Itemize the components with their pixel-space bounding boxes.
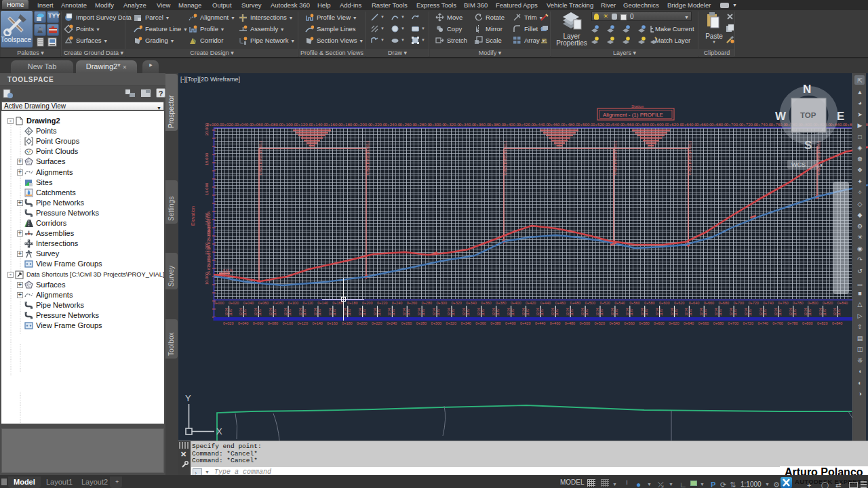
svg-text:Alignment - (1) PROFILE: Alignment - (1) PROFILE [603, 112, 663, 118]
svg-text:0+180: 0+180 [347, 301, 357, 305]
svg-text:20.000: 20.000 [205, 123, 209, 136]
svg-text:0+500: 0+500 [585, 301, 595, 305]
svg-text:11.87: 11.87 [467, 308, 470, 316]
svg-text:0+420: 0+420 [526, 301, 536, 305]
svg-text:11.87: 11.87 [630, 308, 633, 316]
svg-text:0+140: 0+140 [317, 301, 328, 305]
svg-text:0+400: 0+400 [511, 301, 521, 305]
svg-text:0+840: 0+840 [832, 321, 842, 325]
svg-text:0+740: 0+740 [763, 301, 773, 305]
svg-text:0+240: 0+240 [392, 301, 402, 305]
svg-text:11.87: 11.87 [660, 308, 663, 316]
svg-text:12.34: 12.34 [804, 308, 808, 316]
svg-text:-0.41%: -0.41% [222, 268, 233, 272]
svg-text:0+905.1: 0+905.1 [366, 141, 370, 153]
svg-text:0+580: 0+580 [639, 321, 649, 325]
svg-text:12.34: 12.34 [760, 308, 763, 316]
svg-text:0+260: 0+260 [407, 301, 417, 305]
svg-text:W: W [775, 110, 787, 123]
svg-text:12.34: 12.34 [551, 308, 555, 316]
svg-text:11.87: 11.87 [823, 308, 827, 316]
svg-text:0+780: 0+780 [787, 321, 797, 325]
svg-text:0+915.1: 0+915.1 [258, 152, 262, 164]
svg-text:0+925.1: 0+925.1 [258, 163, 262, 175]
svg-text:0+160: 0+160 [327, 321, 337, 325]
svg-text:0+100: 0+100 [283, 321, 293, 325]
svg-text:0+200: 0+200 [357, 321, 367, 325]
svg-text:11.87: 11.87 [704, 308, 707, 316]
svg-text:11.87: 11.87 [303, 308, 307, 316]
svg-text:11.87: 11.87 [675, 308, 678, 316]
svg-text:0+380: 0+380 [490, 321, 500, 325]
svg-text:0+340: 0+340 [460, 321, 471, 325]
svg-text:12.34: 12.34 [671, 308, 674, 316]
svg-text:0+905.1: 0+905.1 [688, 141, 692, 153]
svg-text:0+480: 0+480 [570, 301, 580, 305]
svg-text:12.34: 12.34 [225, 308, 229, 316]
svg-text:0+080: 0+080 [273, 301, 283, 305]
svg-text:12.34: 12.34 [774, 308, 778, 316]
svg-text:TOP: TOP [800, 111, 816, 119]
svg-text:11.87: 11.87 [749, 308, 752, 316]
svg-text:11.87: 11.87 [764, 308, 767, 316]
svg-text:Elevation: Elevation [191, 206, 195, 226]
svg-text:12.34: 12.34 [448, 308, 451, 316]
svg-text:0+260: 0+260 [401, 321, 412, 325]
svg-text:11.87: 11.87 [585, 308, 589, 316]
svg-text:0+700: 0+700 [728, 321, 738, 325]
svg-text:12.34: 12.34 [685, 308, 688, 316]
svg-text:11.87: 11.87 [689, 308, 692, 316]
svg-text:0+020: 0+020 [223, 321, 233, 325]
svg-text:0+080: 0+080 [268, 321, 278, 325]
svg-text:0+180: 0+180 [342, 321, 352, 325]
svg-text:WCS: WCS [791, 161, 806, 168]
svg-text:0+060: 0+060 [258, 301, 269, 305]
svg-text:12.34: 12.34 [715, 308, 718, 316]
svg-text:12.34: 12.34 [833, 308, 837, 316]
svg-text:0+800: 0+800 [808, 301, 818, 305]
svg-text:0+620: 0+620 [674, 301, 684, 305]
svg-text:0+020: 0+020 [229, 301, 239, 305]
svg-text:11.87: 11.87 [407, 308, 410, 316]
svg-text:0+440: 0+440 [535, 321, 545, 325]
svg-text:12.34: 12.34 [284, 308, 288, 316]
svg-text:0+740: 0+740 [757, 321, 768, 325]
svg-text:11.87: 11.87 [348, 308, 351, 316]
svg-text:12.34: 12.34 [462, 308, 466, 316]
svg-text:0+800: 0+800 [802, 321, 812, 325]
svg-text:0+240: 0+240 [387, 321, 397, 325]
svg-text:12.34: 12.34 [433, 308, 436, 316]
svg-text:Station: Station [631, 104, 644, 108]
svg-text:0+905.1: 0+905.1 [258, 141, 262, 153]
svg-text:0+905.1: 0+905.1 [503, 141, 507, 153]
svg-text:12.34: 12.34 [418, 308, 421, 316]
svg-text:11.87: 11.87 [437, 308, 440, 316]
svg-text:11.87: 11.87 [243, 308, 247, 316]
svg-text:0+660: 0+660 [698, 321, 709, 325]
svg-text:12.34: 12.34 [314, 308, 317, 316]
svg-text:0+200: 0+200 [362, 301, 372, 305]
svg-text:11.87: 11.87 [363, 308, 366, 316]
svg-text:12.34: 12.34 [626, 308, 629, 316]
svg-text:0+915.1: 0+915.1 [366, 152, 370, 164]
svg-text:12.34: 12.34 [374, 308, 377, 316]
svg-text:0+520: 0+520 [595, 321, 605, 325]
svg-text:11.87: 11.87 [600, 308, 604, 316]
svg-text:11.87: 11.87 [778, 308, 782, 316]
svg-text:0+320: 0+320 [451, 301, 461, 305]
svg-text:0+220: 0+220 [377, 301, 387, 305]
svg-text:11.87: 11.87 [378, 308, 381, 316]
svg-text:12.34: 12.34 [745, 308, 748, 316]
svg-text:0+925.1: 0+925.1 [613, 163, 617, 175]
svg-text:12.34: 12.34 [269, 308, 273, 316]
svg-text:11.87: 11.87 [808, 308, 812, 316]
svg-text:Y: Y [185, 393, 191, 403]
svg-text:0+320: 0+320 [446, 321, 456, 325]
svg-text:11.87: 11.87 [288, 308, 292, 316]
svg-text:0+120: 0+120 [302, 301, 313, 305]
svg-text:0+340: 0+340 [466, 301, 476, 305]
svg-text:0+120: 0+120 [298, 321, 308, 325]
svg-text:0+925.1: 0+925.1 [503, 163, 507, 175]
svg-text:11.87: 11.87 [258, 308, 262, 316]
svg-text:11.87: 11.87 [333, 308, 336, 316]
